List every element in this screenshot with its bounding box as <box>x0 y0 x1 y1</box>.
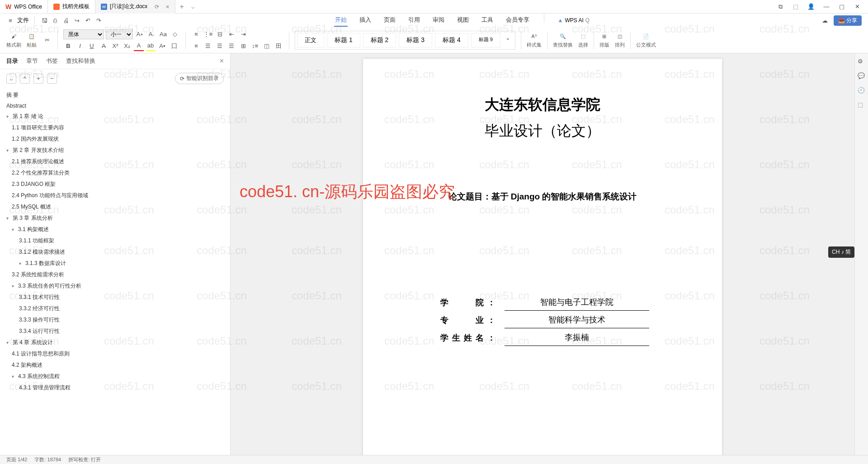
ribbon-view[interactable]: 视图 <box>456 14 470 27</box>
style-h9[interactable]: 标题 9 <box>471 33 500 47</box>
export-icon[interactable]: ↪ <box>73 16 81 24</box>
increase-font-icon[interactable]: A+ <box>135 29 145 39</box>
status-page[interactable]: 页面 1/42 <box>6 456 27 463</box>
sidebar-tab-toc[interactable]: 目录 <box>6 57 18 65</box>
char-shading-icon[interactable]: A▪ <box>157 41 167 51</box>
style-h1[interactable]: 标题 1 <box>327 33 360 47</box>
ribbon-insert[interactable]: 插入 <box>359 14 372 27</box>
style-h3[interactable]: 标题 3 <box>399 33 432 47</box>
doc-mode-button[interactable]: 📄公文模式 <box>636 32 656 48</box>
ribbon-tools[interactable]: 工具 <box>481 14 494 27</box>
sidebar-tab-bookmark[interactable]: 书签 <box>46 57 58 65</box>
style-h4[interactable]: 标题 4 <box>435 33 468 47</box>
window-avatar-icon[interactable]: 👤 <box>807 2 816 11</box>
toc-collapse-icon[interactable]: ⌵ <box>6 74 16 84</box>
decrease-font-icon[interactable]: A- <box>146 29 156 39</box>
multilevel-list-icon[interactable]: ⊟ <box>215 29 225 39</box>
tab-menu-dropdown[interactable]: ⌵ <box>189 3 198 10</box>
sidebar-tab-find[interactable]: 查找和替换 <box>66 57 95 65</box>
ribbon-page[interactable]: 页面 <box>383 14 396 27</box>
tab-add-button[interactable]: + <box>175 3 189 11</box>
sidebar-tab-chapter[interactable]: 章节 <box>26 57 38 65</box>
cut-icon[interactable]: ✂ <box>42 35 52 45</box>
shading-icon[interactable]: ◫ <box>262 41 272 51</box>
print-preview-icon[interactable]: ⎙ <box>51 16 59 24</box>
style-more-icon[interactable]: ⌄ <box>503 33 513 43</box>
number-list-icon[interactable]: ⋮≡ <box>203 29 213 39</box>
toc-item[interactable]: 4.2 架构概述 <box>0 360 230 371</box>
toc-expand-icon[interactable]: ^ <box>20 74 30 84</box>
find-replace-button[interactable]: 🔍查找替换 <box>553 32 573 48</box>
toc-item[interactable]: ▾3.1 构架概述 <box>0 224 230 235</box>
align-justify-icon[interactable]: ☰ <box>226 41 236 51</box>
toc-item[interactable]: ▾第 3 章 系统分析 <box>0 213 230 224</box>
undo-icon[interactable]: ↶ <box>84 16 92 24</box>
window-copy-icon[interactable]: ⧉ <box>776 2 785 11</box>
paste-button[interactable]: 📋粘贴 <box>27 32 37 48</box>
toc-item[interactable]: 3.3.4 运行可行性 <box>0 326 230 337</box>
cloud-icon[interactable]: ☁ <box>821 16 829 24</box>
toc-item[interactable]: 摘 要 <box>0 90 230 101</box>
ime-badge[interactable]: CH ♪ 简 <box>828 246 854 258</box>
tab-close-icon[interactable]: × <box>165 3 169 10</box>
font-name-select[interactable]: 黑体 <box>63 29 104 39</box>
tab-wps[interactable]: W WPS Office <box>0 0 48 14</box>
smart-toc-button[interactable]: ⟳ 智能识别目录 <box>175 73 224 84</box>
toc-item[interactable]: Abstract <box>0 101 230 111</box>
rail-history-icon[interactable]: 🕘 <box>858 87 866 95</box>
toc-item[interactable]: ▾4.3 系统控制流程 <box>0 371 230 382</box>
font-color-icon[interactable]: A <box>134 41 144 51</box>
save-icon[interactable]: 🖫 <box>40 16 48 24</box>
toc-item[interactable]: 2.5 MySQL 概述 <box>0 201 230 213</box>
italic-icon[interactable]: I <box>75 41 85 51</box>
document-area[interactable]: 大连东软信息学院 毕业设计（论文） 论文题目：基于 Django 的智能水果销售… <box>231 53 854 455</box>
ribbon-start[interactable]: 开始 <box>334 14 348 27</box>
strike-icon[interactable]: A̶ <box>99 41 108 51</box>
tab-template[interactable]: 找稻壳模板 <box>48 0 95 14</box>
print-icon[interactable]: 🖨 <box>62 16 70 24</box>
format-painter-button[interactable]: 🖌格式刷 <box>6 32 21 48</box>
wps-ai-button[interactable]: ▲WPS AIQ <box>558 14 590 27</box>
align-left-icon[interactable]: ≡ <box>191 41 201 51</box>
ribbon-member[interactable]: 会员专享 <box>505 14 530 27</box>
file-menu[interactable]: 文件 <box>17 16 29 24</box>
change-case-icon[interactable]: Aa <box>158 29 168 39</box>
toc-item[interactable]: ▾3.1.3 数据库设计 <box>0 258 230 269</box>
toc-remove-icon[interactable]: − <box>47 74 57 84</box>
tab-refresh-icon[interactable]: ⟳ <box>155 4 159 10</box>
redo-icon[interactable]: ↷ <box>94 16 103 24</box>
share-button[interactable]: 📤 分享 <box>834 15 862 26</box>
style-h2[interactable]: 标题 2 <box>363 33 396 47</box>
toc-item[interactable]: 4.1 设计指导思想和原则 <box>0 348 230 360</box>
tab-document[interactable]: W [只读]论文.docx ⟳ × <box>95 0 175 14</box>
increase-indent-icon[interactable]: ⇥ <box>238 29 248 39</box>
font-size-select[interactable]: 小一 <box>106 29 133 39</box>
toc-item[interactable]: 1.1 项目研究主要内容 <box>0 122 230 133</box>
sidebar-close-icon[interactable]: × <box>220 57 224 65</box>
toc-item[interactable]: 2.3 DJANGO 框架 <box>0 179 230 190</box>
toc-item[interactable]: ▾第 1 章 绪 论 <box>0 111 230 122</box>
bullet-list-icon[interactable]: ≡ <box>191 29 201 39</box>
rail-comment-icon[interactable]: 💬 <box>858 72 866 80</box>
rail-select-icon[interactable]: ⬚ <box>858 101 866 109</box>
window-minimize-icon[interactable]: — <box>822 2 831 11</box>
superscript-icon[interactable]: X² <box>110 41 120 51</box>
decrease-indent-icon[interactable]: ⇤ <box>226 29 236 39</box>
window-close-icon[interactable]: ✕ <box>853 2 862 11</box>
toc-item[interactable]: ▾第 2 章 开发技术介绍 <box>0 145 230 156</box>
window-maximize-icon[interactable]: ▢ <box>837 2 846 11</box>
align-right-icon[interactable]: ☰ <box>215 41 225 51</box>
toc-item[interactable]: 3.3.2 经济可行性 <box>0 303 230 314</box>
toc-item[interactable]: 3.3.3 操作可行性 <box>0 314 230 326</box>
clear-format-icon[interactable]: ◇ <box>170 29 180 39</box>
select-button[interactable]: ⬚选择 <box>578 32 588 48</box>
align-center-icon[interactable]: ☰ <box>203 41 213 51</box>
toc-item[interactable]: 3.3.1 技术可行性 <box>0 292 230 303</box>
arrange-button[interactable]: ◫排列 <box>615 32 625 48</box>
highlight-icon[interactable]: ab <box>146 41 156 51</box>
underline-icon[interactable]: U <box>87 41 97 51</box>
toc-item[interactable]: 2.4 Python 功能特点与应用领域 <box>0 190 230 201</box>
status-spell[interactable]: 拼写检查: 打开 <box>68 456 101 463</box>
toc-item[interactable]: 4.3.1 管理员管理流程 <box>0 382 230 393</box>
layout-button[interactable]: ⊞排版 <box>599 32 609 48</box>
